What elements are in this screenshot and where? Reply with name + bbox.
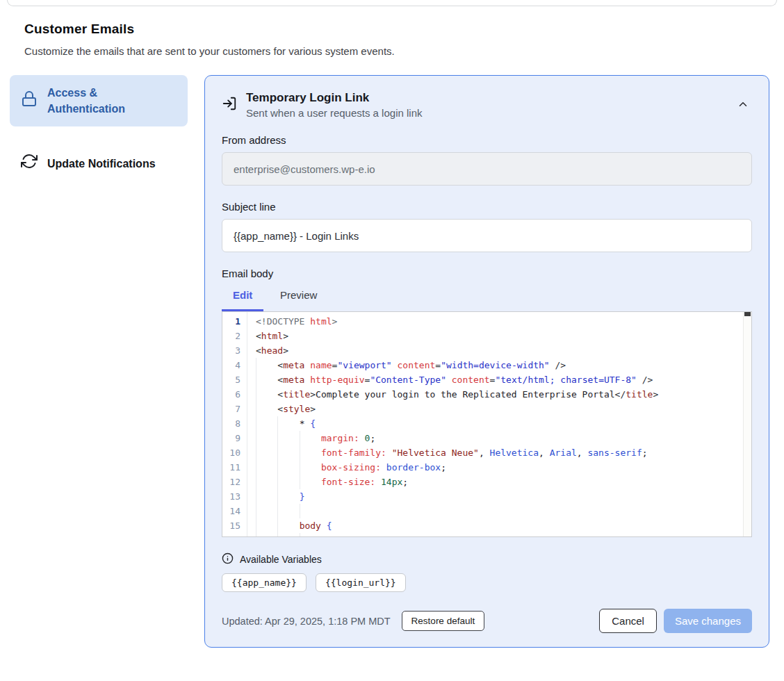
lock-icon: [21, 90, 38, 111]
line-number: 15: [222, 518, 247, 533]
variable-chips: {{app_name}}{{login_url}}: [222, 573, 752, 592]
log-in-icon: [222, 96, 237, 114]
line-number: 2: [222, 329, 247, 343]
line-number: 4: [222, 358, 247, 372]
code-line[interactable]: font-size: 14px;: [247, 475, 751, 489]
code-line[interactable]: body {: [247, 518, 751, 533]
top-card-edge: [7, 0, 777, 6]
available-variables-label: Available Variables: [240, 554, 322, 565]
subject-line-field: Subject line: [222, 201, 752, 252]
email-body-tabs: Edit Preview: [222, 289, 752, 311]
sidebar: Access & Authentication Update Notificat…: [10, 75, 188, 184]
code-line[interactable]: <head>: [247, 343, 751, 358]
code-line[interactable]: <meta http-equiv="Content-Type" content=…: [247, 372, 751, 387]
tab-edit[interactable]: Edit: [222, 289, 263, 311]
email-body-field: Email body Edit Preview 1234567891011121…: [222, 268, 752, 537]
from-address-field: From address: [222, 134, 752, 186]
page-title: Customer Emails: [24, 22, 760, 37]
variable-chip[interactable]: {{app_name}}: [222, 573, 307, 592]
code-line[interactable]: <meta name="viewport" content="width=dev…: [247, 358, 751, 372]
line-number: 8: [222, 416, 247, 431]
line-number: 6: [222, 387, 247, 402]
section-subtitle: Sent when a user requests a login link: [246, 107, 725, 119]
code-editor-gutter: 12345678910111213141516: [222, 312, 247, 536]
refresh-icon: [21, 153, 38, 174]
from-address-input: [222, 152, 752, 186]
code-line[interactable]: font-family: "Helvetica Neue", Helvetica…: [247, 445, 751, 460]
code-line[interactable]: }: [247, 489, 751, 504]
code-line[interactable]: margin: 0;: [247, 431, 751, 445]
line-number: 1: [222, 314, 247, 329]
email-body-label: Email body: [222, 268, 752, 279]
available-variables: Available Variables {{app_name}}{{login_…: [222, 552, 752, 592]
code-line[interactable]: <style>: [247, 402, 751, 416]
tab-preview[interactable]: Preview: [263, 289, 334, 311]
code-editor-lines[interactable]: <!DOCTYPE html><html><head> <meta name="…: [247, 312, 751, 536]
collapse-section-button[interactable]: [734, 95, 752, 115]
line-number: 14: [222, 504, 247, 518]
line-number: 9: [222, 431, 247, 445]
cancel-button[interactable]: Cancel: [599, 609, 657, 633]
editor-scrollbar[interactable]: [743, 312, 751, 536]
line-number: 5: [222, 372, 247, 387]
variable-chip[interactable]: {{login_url}}: [316, 573, 406, 592]
page-subtitle: Customize the emails that are sent to yo…: [24, 45, 760, 57]
line-number: 13: [222, 489, 247, 504]
code-line[interactable]: <html>: [247, 329, 751, 343]
sidebar-item-update-notifications[interactable]: Update Notifications: [10, 143, 188, 183]
line-number: 16: [222, 533, 247, 537]
subject-line-label: Subject line: [222, 201, 752, 213]
editor-scrollbar-thumb[interactable]: [744, 312, 751, 316]
code-editor[interactable]: 12345678910111213141516 <!DOCTYPE html><…: [222, 311, 752, 537]
line-number: 12: [222, 475, 247, 489]
line-number: 11: [222, 460, 247, 475]
sidebar-item-access-authentication[interactable]: Access & Authentication: [10, 75, 188, 126]
sidebar-item-label: Update Notifications: [47, 156, 156, 172]
line-number: 10: [222, 445, 247, 460]
code-line[interactable]: <!DOCTYPE html>: [247, 314, 751, 329]
email-settings-panel: Temporary Login Link Sent when a user re…: [204, 75, 769, 648]
save-changes-button[interactable]: Save changes: [664, 609, 752, 633]
code-line[interactable]: background-color: #f6f6f6;: [247, 533, 751, 536]
code-line[interactable]: box-sizing: border-box;: [247, 460, 751, 475]
updated-timestamp: Updated: Apr 29, 2025, 1:18 PM MDT: [222, 616, 391, 627]
code-line[interactable]: * {: [247, 416, 751, 431]
from-address-label: From address: [222, 134, 752, 146]
sidebar-item-label: Access & Authentication: [47, 85, 177, 117]
restore-default-button[interactable]: Restore default: [402, 611, 485, 631]
panel-header: Temporary Login Link Sent when a user re…: [222, 91, 752, 119]
page-header: Customer Emails Customize the emails tha…: [24, 22, 760, 57]
subject-line-input[interactable]: [222, 219, 752, 252]
line-number: 3: [222, 343, 247, 358]
code-line[interactable]: <title>Complete your login to the Replic…: [247, 387, 751, 402]
info-icon[interactable]: [222, 552, 234, 566]
code-line[interactable]: [247, 504, 751, 518]
line-number: 7: [222, 402, 247, 416]
chevron-up-icon: [737, 102, 749, 113]
panel-footer: Updated: Apr 29, 2025, 1:18 PM MDT Resto…: [222, 609, 752, 633]
section-title: Temporary Login Link: [246, 91, 725, 105]
